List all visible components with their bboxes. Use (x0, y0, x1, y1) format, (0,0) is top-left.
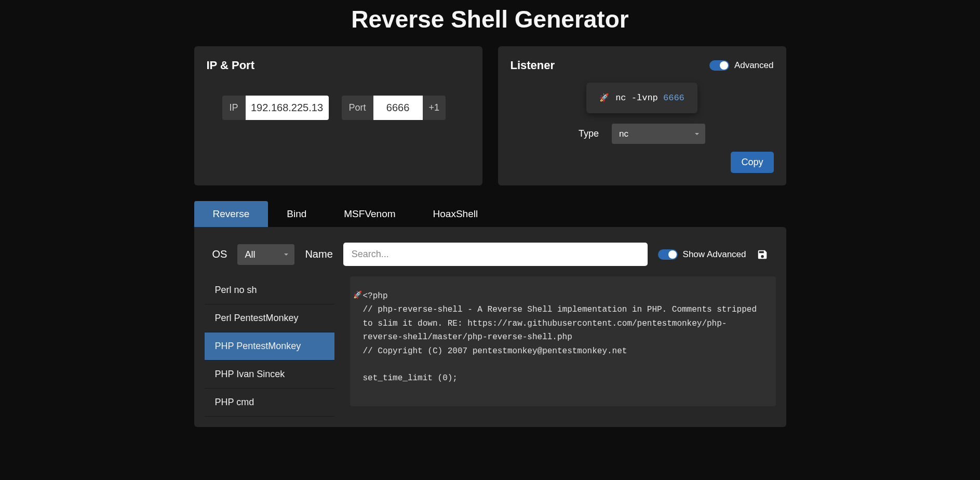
rocket-icon: 🚀 (599, 93, 609, 103)
save-icon[interactable] (757, 249, 768, 260)
list-item[interactable]: Perl PentestMonkey (205, 304, 334, 332)
list-item[interactable]: Perl no sh (205, 276, 334, 304)
code-output[interactable]: 🚀<?php // php-reverse-shell - A Reverse … (350, 276, 776, 406)
ip-label: IP (222, 96, 246, 120)
show-advanced-label: Show Advanced (683, 249, 746, 260)
list-item[interactable]: PHP PentestMonkey (205, 332, 334, 361)
type-select[interactable]: nc (612, 124, 705, 144)
advanced-label: Advanced (734, 60, 774, 71)
port-increment-button[interactable]: +1 (423, 96, 446, 120)
rocket-icon: 🚀 (353, 289, 362, 301)
tab-reverse[interactable]: Reverse (194, 201, 269, 227)
tab-bind[interactable]: Bind (268, 201, 325, 227)
tabs: Reverse Bind MSFVenom HoaxShell (194, 201, 786, 227)
listener-cmd-port: 6666 (663, 93, 684, 103)
advanced-toggle[interactable] (709, 60, 729, 71)
list-item[interactable]: PHP cmd (205, 389, 334, 417)
os-label: OS (212, 248, 227, 260)
main-panel: OS All Name Show Advanced Perl no sh Per… (194, 227, 786, 427)
listener-cmd-text: nc -lvnp (615, 93, 663, 103)
search-input[interactable] (343, 243, 648, 266)
listener-title: Listener (511, 59, 555, 72)
name-label: Name (305, 248, 332, 260)
listener-command[interactable]: 🚀 nc -lvnp 6666 (586, 83, 697, 113)
list-item[interactable]: PHP Ivan Sincek (205, 361, 334, 389)
type-label: Type (579, 128, 599, 139)
ip-input[interactable] (246, 96, 329, 120)
tab-hoaxshell[interactable]: HoaxShell (414, 201, 497, 227)
os-select[interactable]: All (237, 244, 294, 265)
page-title: Reverse Shell Generator (194, 5, 786, 33)
tab-msfvenom[interactable]: MSFVenom (325, 201, 414, 227)
payload-list[interactable]: Perl no sh Perl PentestMonkey PHP Pentes… (205, 276, 334, 417)
ip-port-title: IP & Port (207, 59, 470, 72)
port-label: Port (342, 96, 373, 120)
code-text: <?php // php-reverse-shell - A Reverse S… (363, 291, 762, 383)
port-input[interactable] (373, 96, 423, 120)
show-advanced-toggle[interactable] (658, 249, 678, 260)
port-input-group: Port +1 (342, 96, 446, 120)
ip-port-card: IP & Port IP Port +1 (194, 46, 482, 185)
copy-button[interactable]: Copy (731, 152, 773, 173)
ip-input-group: IP (222, 96, 329, 120)
listener-card: Listener Advanced 🚀 nc -lvnp 6666 Type n… (498, 46, 786, 185)
